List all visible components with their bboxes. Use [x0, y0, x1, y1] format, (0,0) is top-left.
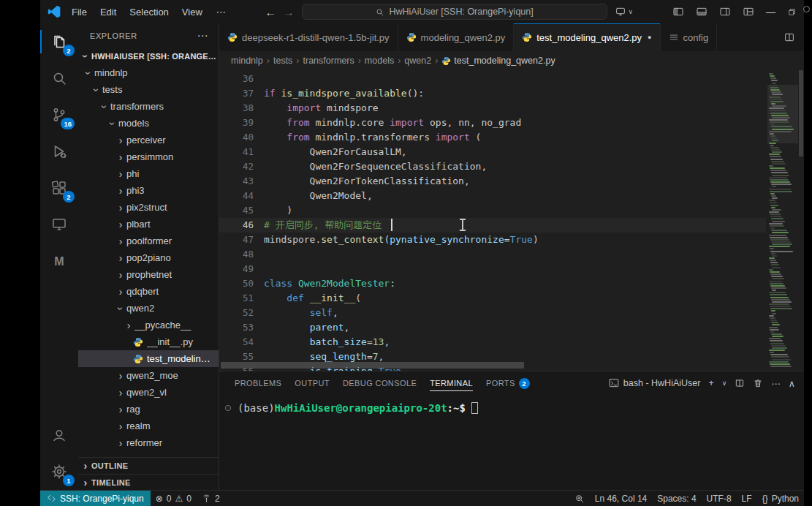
tree-item-init-py[interactable]: __init__.py [78, 333, 219, 350]
tree-item-qdqbert[interactable]: ›qdqbert [78, 283, 219, 300]
menu-file[interactable]: File [65, 0, 94, 23]
tab-modeling-qwen2-py[interactable]: modeling_qwen2.py [398, 23, 515, 51]
code-line-38[interactable]: 38 import mindspore [219, 101, 766, 116]
breadcrumb-tests[interactable]: tests [273, 56, 292, 66]
timeline-section[interactable]: › TIMELINE [78, 474, 219, 490]
breadcrumb-test-modeling-qwen2-py[interactable]: test_modeling_qwen2.py [441, 56, 555, 66]
activity-explorer[interactable]: 2 [40, 23, 78, 60]
code-line-54[interactable]: 54 batch_size=13, [219, 335, 766, 350]
split-terminal-button[interactable] [735, 378, 745, 388]
tree-item-tests[interactable]: ›tests [78, 81, 219, 98]
code-line-36[interactable]: 36 [219, 72, 766, 86]
indentation[interactable]: Spaces: 4 [652, 491, 701, 506]
code-line-44[interactable]: 44 Qwen2Model, [219, 189, 766, 203]
code-line-43[interactable]: 43 Qwen2ForTokenClassification, [219, 174, 766, 189]
customize-layout-icon[interactable] [743, 6, 754, 18]
code-line-53[interactable]: 53 parent, [219, 320, 766, 335]
toggle-sidebar-icon[interactable] [672, 6, 684, 18]
remote-indicator[interactable]: SSH: OrangePi-yiqun [40, 491, 151, 506]
split-editor-button[interactable] [783, 31, 795, 43]
code-line-49[interactable]: 49 [219, 262, 766, 276]
encoding[interactable]: UTF-8 [702, 491, 737, 506]
horizontal-scrollbar-thumb[interactable] [221, 362, 524, 369]
tree-item-perceiver[interactable]: ›perceiver [78, 132, 219, 148]
code-line-45[interactable]: 45 ) [219, 203, 766, 218]
language-mode[interactable]: {} Python [757, 491, 804, 506]
tree-item-plbart[interactable]: ›plbart [78, 216, 219, 233]
menu-view[interactable]: View [175, 0, 209, 23]
breadcrumb-models[interactable]: models [365, 56, 394, 66]
minimize-button[interactable]: — [766, 7, 775, 18]
activity-extension-m[interactable]: M [40, 243, 78, 279]
zoom-indicator[interactable] [569, 491, 590, 506]
tree-item-models[interactable]: ›models [78, 115, 219, 132]
remote-window-button[interactable]: ∨ [615, 6, 634, 18]
menu-selection[interactable]: Selection [123, 0, 175, 23]
code-line-42[interactable]: 42 Qwen2ForSequenceClassification, [219, 159, 766, 174]
tab-test-modeling-qwen2-py[interactable]: test_modeling_qwen2.py● [514, 23, 660, 51]
outline-section[interactable]: › OUTLINE [78, 458, 219, 474]
code-line-48[interactable]: 48 [219, 247, 766, 262]
restore-button[interactable] [787, 7, 797, 17]
code-line-51[interactable]: 51 def __init__( [219, 291, 766, 306]
code-editor[interactable]: 3637if is_mindspore_available():38 impor… [219, 70, 804, 371]
tree-item-phi3[interactable]: ›phi3 [78, 182, 219, 199]
code-line-41[interactable]: 41 Qwen2ForCausalLM, [219, 145, 766, 159]
panel-maximize-button[interactable]: ∧ [789, 378, 795, 389]
tab-deepseek-r1-distill-qwen-1-5b-jit-py[interactable]: deepseek-r1-distill-qwen-1.5b-jit.py [219, 23, 398, 51]
code-line-50[interactable]: 50class Qwen2ModelTester: [219, 276, 766, 291]
tree-item-mindnlp[interactable]: ›mindnlp [78, 64, 219, 81]
menu-more-button[interactable]: ⋯ [209, 7, 233, 18]
forward-button[interactable]: → [284, 6, 295, 18]
panel-tab-ports[interactable]: PORTS2 [479, 371, 536, 395]
tree-item-rag[interactable]: ›rag [78, 401, 219, 418]
command-center[interactable]: HwHiAiUser [SSH: OrangePi-yiqun] [302, 4, 607, 20]
kill-terminal-button[interactable] [753, 378, 763, 388]
panel-tab-debug-console[interactable]: DEBUG CONSOLE [336, 371, 423, 395]
cursor-position[interactable]: Ln 46, Col 14 [590, 491, 652, 506]
code-line-39[interactable]: 39 from mindnlp.core import ops, nn, no_… [219, 116, 766, 130]
tab-config[interactable]: config [661, 23, 718, 51]
activity-source-control[interactable]: 16 [40, 97, 78, 133]
code-line-40[interactable]: 40 from mindnlp.transformers import ( [219, 130, 766, 145]
terminal-selector[interactable]: bash - HwHiAiUser [609, 378, 701, 388]
breadcrumb-qwen2[interactable]: qwen2 [404, 56, 431, 66]
activity-search[interactable] [40, 60, 78, 97]
minimap[interactable] [767, 70, 798, 371]
toggle-panel-icon[interactable] [696, 6, 707, 18]
vertical-scrollbar-thumb[interactable] [799, 70, 803, 156]
tree-item-realm[interactable]: ›realm [78, 418, 219, 434]
code-line-52[interactable]: 52 self, [219, 306, 766, 320]
vertical-scrollbar[interactable] [798, 70, 804, 371]
breadcrumb-mindnlp[interactable]: mindnlp [231, 56, 263, 66]
activity-extensions[interactable]: 2 [40, 170, 78, 206]
breadcrumb-transformers[interactable]: transformers [303, 56, 354, 66]
back-button[interactable]: ← [265, 6, 276, 18]
tree-item-test-modeling-qw[interactable]: test_modeling_qw... [78, 350, 219, 367]
terminal-dropdown-button[interactable]: ∨ [722, 380, 727, 387]
toggle-secondary-sidebar-icon[interactable] [719, 6, 731, 18]
tree-item-qwen2[interactable]: ›qwen2 [78, 300, 219, 317]
tree-item-qwen2-moe[interactable]: ›qwen2_moe [78, 367, 219, 384]
eol-sequence[interactable]: LF [737, 491, 757, 506]
code-line-37[interactable]: 37if is_mindspore_available(): [219, 86, 766, 101]
tree-item-transformers[interactable]: ›transformers [78, 98, 219, 115]
activity-remote-explorer[interactable] [40, 206, 78, 243]
tree-item-poolformer[interactable]: ›poolformer [78, 233, 219, 249]
ports-indicator[interactable]: 2 [197, 491, 225, 506]
workspace-section-header[interactable]: › HWHIAIUSER [SSH: ORANGEP... [78, 48, 219, 64]
tree-item-phi[interactable]: ›phi [78, 165, 219, 182]
activity-accounts[interactable] [40, 417, 78, 453]
tree-item-persimmon[interactable]: ›persimmon [78, 148, 219, 165]
tree-item-reformer[interactable]: ›reformer [78, 434, 219, 451]
panel-tab-output[interactable]: OUTPUT [288, 371, 336, 395]
panel-tab-terminal[interactable]: TERMINAL [423, 371, 479, 395]
code-line-46[interactable]: 46# 开启同步, 帮助问题定位 [219, 218, 766, 233]
code-line-47[interactable]: 47mindspore.set_context(pynative_synchro… [219, 233, 766, 247]
explorer-more-actions-button[interactable]: ⋯ [197, 29, 208, 42]
panel-more-button[interactable]: ⋯ [771, 378, 781, 389]
tree-item-pix2struct[interactable]: ›pix2struct [78, 199, 219, 216]
tree-item-prophetnet[interactable]: ›prophetnet [78, 266, 219, 283]
activity-settings[interactable]: 1 [40, 453, 78, 490]
problems-indicator[interactable]: ⊗ 0 ⚠ 0 [151, 491, 197, 506]
